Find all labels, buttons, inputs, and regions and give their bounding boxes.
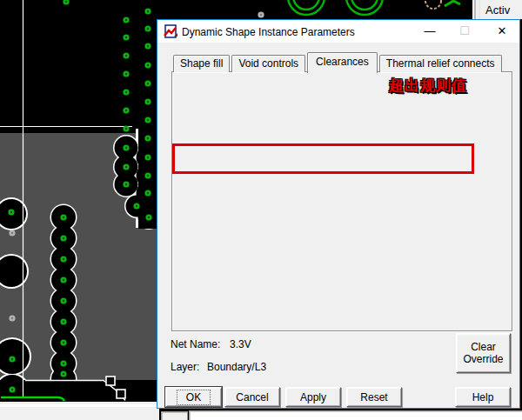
ok-label: OK <box>177 390 211 405</box>
dialog-titlebar[interactable]: Dynamic Shape Instance Parameters — ☐ ✕ <box>157 20 519 43</box>
tab-void-controls[interactable]: Void controls <box>231 55 305 72</box>
help-label: Help <box>472 391 494 403</box>
net-name-label: Net Name: <box>171 338 220 350</box>
apply-button[interactable]: Apply <box>285 387 341 407</box>
cancel-label: Cancel <box>236 391 268 403</box>
status-cell <box>161 411 188 420</box>
cancel-button[interactable]: Cancel <box>224 387 280 407</box>
minimize-button[interactable]: — <box>418 23 441 39</box>
dialog-title: Dynamic Shape Instance Parameters <box>182 26 355 38</box>
layer-value: Boundary/L3 <box>207 361 266 373</box>
clear-override-button[interactable]: Clear Override <box>456 333 511 373</box>
active-panel-label: Activ <box>485 3 511 17</box>
ok-button[interactable]: OK <box>165 387 222 407</box>
clear-override-label: Clear Override <box>458 341 508 365</box>
screen: Activ Dynamic Shape Instance Parameters … <box>0 0 522 420</box>
layer-label: Layer: <box>171 361 199 373</box>
tab-clearances[interactable]: Clearances <box>307 52 378 73</box>
tab-bar: Shape fill Void controls Clearances Ther… <box>173 52 504 72</box>
command-input-strip[interactable] <box>189 410 522 420</box>
close-button[interactable]: ✕ <box>491 23 513 39</box>
dialog-icon <box>164 24 178 39</box>
chinese-annotation: 超出规则值 <box>353 76 503 96</box>
maximize-button[interactable]: ☐ <box>453 23 476 39</box>
dynamic-shape-dialog: Dynamic Shape Instance Parameters — ☐ ✕ … <box>157 19 520 409</box>
apply-label: Apply <box>300 391 326 403</box>
reset-label: Reset <box>360 391 387 403</box>
active-panel: Activ <box>472 0 522 19</box>
reset-button[interactable]: Reset <box>346 387 402 407</box>
net-name-value: 3.3V <box>230 338 251 350</box>
tab-thermal-relief[interactable]: Thermal relief connects <box>379 55 502 72</box>
help-button[interactable]: Help <box>455 387 511 407</box>
clearances-tab-panel <box>171 71 512 331</box>
tab-shape-fill[interactable]: Shape fill <box>173 55 230 72</box>
